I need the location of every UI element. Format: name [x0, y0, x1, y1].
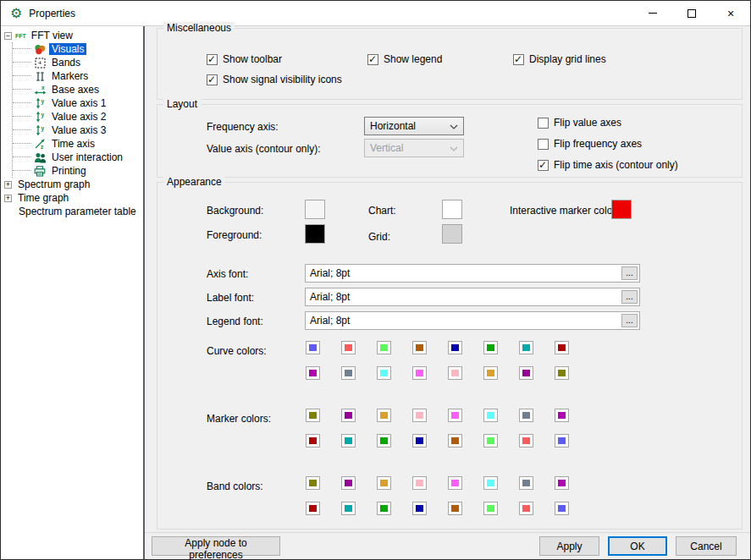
color-swatch[interactable] — [306, 502, 320, 515]
color-swatch[interactable] — [555, 502, 569, 515]
checkbox-display-grid-lines[interactable]: Display grid lines — [513, 53, 606, 65]
color-swatch[interactable] — [519, 366, 533, 380]
color-swatch[interactable] — [341, 476, 356, 490]
color-swatch[interactable] — [555, 476, 569, 490]
legend-font-browse-button[interactable]: ... — [621, 314, 638, 327]
tree-item-fft-view[interactable]: − FFT FFT view — [4, 29, 143, 42]
color-swatch[interactable] — [377, 409, 391, 422]
checkbox-icon[interactable] — [538, 118, 549, 129]
color-swatch[interactable] — [412, 476, 427, 490]
checkbox-icon[interactable] — [538, 139, 549, 150]
color-swatch[interactable] — [412, 341, 427, 354]
tree-item-spectrum-parameter-table[interactable]: Spectrum parameter table — [4, 205, 143, 218]
checkbox-flip-time-axis[interactable]: Flip time axis (contour only) — [538, 159, 678, 171]
interactive-marker-color-swatch[interactable] — [611, 200, 632, 219]
color-swatch[interactable] — [448, 476, 462, 490]
expand-icon[interactable]: + — [4, 181, 12, 189]
label-font-field[interactable]: Arial; 8pt ... — [305, 288, 640, 306]
color-swatch[interactable] — [448, 409, 462, 422]
tree-item-base-axes[interactable]: x Base axes — [13, 83, 143, 96]
checkbox-show-legend[interactable]: Show legend — [367, 53, 442, 65]
tree-item-printing[interactable]: Printing — [13, 164, 143, 178]
color-swatch[interactable] — [483, 341, 498, 354]
axis-font-browse-button[interactable]: ... — [621, 266, 638, 280]
color-swatch[interactable] — [448, 502, 462, 515]
checkbox-icon[interactable] — [367, 54, 378, 65]
color-swatch[interactable] — [306, 409, 320, 422]
cancel-button[interactable]: Cancel — [676, 536, 737, 556]
color-swatch[interactable] — [377, 366, 391, 380]
collapse-icon[interactable]: − — [4, 32, 12, 40]
color-swatch[interactable] — [341, 366, 356, 380]
color-swatch[interactable] — [412, 366, 427, 380]
tree-item-spectrum-graph[interactable]: + Spectrum graph — [4, 178, 143, 191]
tree-item-bands[interactable]: Bands — [13, 56, 143, 69]
apply-button[interactable]: Apply — [539, 536, 599, 556]
background-color-swatch[interactable] — [305, 200, 325, 219]
color-swatch[interactable] — [555, 434, 569, 447]
tree-item-value-axis-2[interactable]: y Value axis 2 — [13, 110, 143, 124]
minimize-button[interactable] — [633, 1, 672, 25]
ok-button[interactable]: OK — [608, 536, 667, 556]
color-swatch[interactable] — [483, 502, 498, 515]
color-swatch[interactable] — [483, 434, 498, 447]
color-swatch[interactable] — [519, 434, 533, 447]
grid-color-swatch[interactable] — [442, 224, 462, 244]
color-swatch[interactable] — [341, 409, 356, 422]
checkbox-icon[interactable] — [513, 54, 524, 65]
checkbox-flip-value-axes[interactable]: Flip value axes — [538, 117, 621, 129]
color-swatch[interactable] — [377, 341, 391, 354]
color-swatch[interactable] — [377, 502, 391, 515]
checkbox-show-toolbar[interactable]: Show toolbar — [207, 53, 282, 65]
tree-item-value-axis-1[interactable]: y Value axis 1 — [13, 96, 143, 110]
color-swatch[interactable] — [519, 476, 533, 490]
color-swatch[interactable] — [377, 434, 391, 447]
tree-item-value-axis-3[interactable]: y Value axis 3 — [13, 124, 143, 137]
tree-item-time-graph[interactable]: + Time graph — [4, 191, 143, 205]
axis-font-field[interactable]: Arial; 8pt ... — [305, 264, 640, 283]
color-swatch[interactable] — [306, 476, 320, 490]
color-swatch[interactable] — [412, 409, 427, 422]
label-font-browse-button[interactable]: ... — [621, 290, 638, 304]
tree-item-markers[interactable]: Markers — [13, 69, 143, 83]
color-swatch[interactable] — [448, 366, 462, 380]
color-swatch[interactable] — [519, 502, 533, 515]
checkbox-icon[interactable] — [538, 160, 549, 171]
color-swatch[interactable] — [448, 341, 462, 354]
maximize-button[interactable] — [672, 1, 711, 25]
legend-font-field[interactable]: Arial; 8pt ... — [305, 311, 640, 330]
color-swatch[interactable] — [483, 366, 498, 380]
tree-item-time-axis[interactable]: z Time axis — [13, 137, 143, 151]
color-swatch[interactable] — [341, 434, 356, 447]
chart-color-swatch[interactable] — [442, 200, 462, 219]
color-swatch[interactable] — [555, 409, 569, 422]
color-swatch[interactable] — [483, 409, 498, 422]
color-swatch[interactable] — [341, 341, 356, 354]
color-swatch[interactable] — [555, 341, 569, 354]
color-swatch[interactable] — [555, 366, 569, 380]
font-value: Arial; 8pt — [310, 267, 350, 279]
color-swatch[interactable] — [412, 502, 427, 515]
color-swatch[interactable] — [377, 476, 391, 490]
color-swatch[interactable] — [306, 434, 320, 447]
color-swatch[interactable] — [306, 341, 320, 354]
color-swatch[interactable] — [306, 366, 320, 380]
checkbox-icon[interactable] — [207, 74, 218, 85]
color-swatch[interactable] — [412, 434, 427, 447]
checkbox-flip-frequency-axes[interactable]: Flip frequency axes — [538, 138, 642, 150]
color-swatch[interactable] — [519, 409, 533, 422]
color-swatch[interactable] — [519, 341, 533, 354]
expand-icon[interactable]: + — [4, 195, 12, 202]
close-button[interactable]: × — [711, 1, 750, 25]
tree-item-user-interaction[interactable]: User interaction — [13, 151, 143, 164]
color-swatch[interactable] — [483, 476, 498, 490]
checkbox-show-signal-visibility-icons[interactable]: Show signal visibility icons — [207, 74, 342, 85]
svg-text:y: y — [41, 125, 44, 132]
color-swatch[interactable] — [448, 434, 462, 447]
apply-node-to-preferences-button[interactable]: Apply node to preferences — [152, 536, 280, 556]
tree-item-visuals[interactable]: Visuals — [13, 42, 143, 56]
foreground-color-swatch[interactable] — [305, 224, 325, 244]
color-swatch[interactable] — [341, 502, 356, 515]
checkbox-icon[interactable] — [207, 54, 218, 65]
frequency-axis-select[interactable]: Horizontal — [364, 117, 464, 135]
